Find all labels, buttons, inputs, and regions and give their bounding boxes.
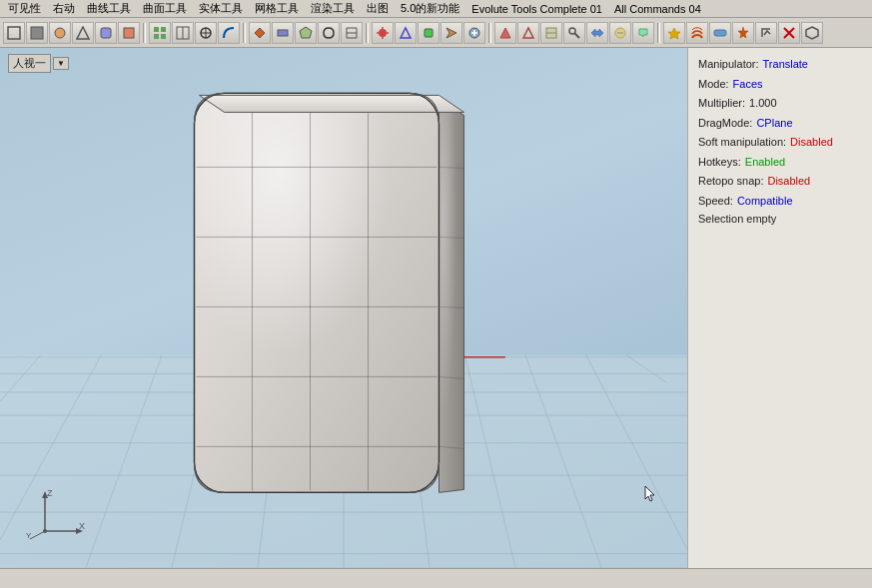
view-label-dropdown[interactable]: ▼ [53,57,69,70]
svg-marker-3 [77,27,89,39]
toolbar-btn-34[interactable] [801,22,823,44]
svg-rect-52 [195,93,439,492]
svg-rect-7 [161,27,166,32]
mode-row: Mode: Faces [698,76,862,93]
retopo-label: Retopo snap: [698,173,763,190]
toolbar-btn-13[interactable] [295,22,317,44]
axis-svg: Z X Y [25,486,85,541]
svg-rect-6 [154,27,159,32]
retopo-value: Disabled [767,173,810,190]
toolbar-btn-6[interactable] [118,22,140,44]
toolbar [0,18,872,48]
menu-all-commands[interactable]: All Commands 04 [608,3,707,15]
soft-value: Disabled [790,134,833,151]
toolbar-btn-29[interactable] [686,22,708,44]
svg-point-2 [55,28,65,38]
toolbar-btn-3[interactable] [49,22,71,44]
status-bar [0,568,872,588]
menu-curve-tools[interactable]: 曲线工具 [81,1,137,16]
menu-mesh-tools[interactable]: 网格工具 [249,1,305,16]
viewport[interactable]: 人视一 ▼ [0,48,687,568]
svg-marker-27 [738,27,748,38]
svg-point-17 [379,29,387,37]
svg-rect-5 [124,28,134,38]
toolbar-btn-9[interactable] [195,22,217,44]
toolbar-btn-8[interactable] [172,22,194,44]
toolbar-btn-5[interactable] [95,22,117,44]
menu-render-tools[interactable]: 渲染工具 [305,1,361,16]
toolbar-btn-31[interactable] [732,22,754,44]
3d-box-svg [185,85,474,514]
mode-label: Mode: [698,76,729,93]
soft-label: Soft manipulation: [698,134,786,151]
toolbar-btn-26[interactable] [609,22,631,44]
speed-label: Speed: [698,193,733,210]
multiplier-row: Multiplier: 1.000 [698,95,862,112]
hotkeys-row: Hotkeys: Enabled [698,154,862,171]
cursor-indicator [644,485,656,503]
menu-export[interactable]: 出图 [361,1,395,16]
toolbar-btn-15[interactable] [341,22,363,44]
svg-rect-0 [8,27,20,39]
toolbar-btn-14[interactable] [318,22,340,44]
speed-value: Compatible [737,193,793,210]
retopo-row: Retopo snap: Disabled [698,173,862,190]
menu-rightmove[interactable]: 右动 [47,1,81,16]
svg-text:Y: Y [26,531,32,540]
toolbar-btn-20[interactable] [463,22,485,44]
view-label-container: 人视一 ▼ [8,54,69,73]
menu-visibility[interactable]: 可见性 [2,1,47,16]
info-panel: Manipulator: Translate Mode: Faces Multi… [687,48,872,568]
menu-new-features[interactable]: 5.0的新功能 [395,1,465,16]
menu-solid-tools[interactable]: 实体工具 [193,1,249,16]
svg-marker-18 [401,28,411,38]
menu-evolute[interactable]: Evolute Tools Complete 01 [465,3,608,15]
toolbar-btn-4[interactable] [72,22,94,44]
toolbar-btn-2[interactable] [26,22,48,44]
toolbar-sep-4 [488,23,491,43]
toolbar-btn-33[interactable] [778,22,800,44]
toolbar-btn-28[interactable] [663,22,685,44]
svg-line-42 [86,355,162,568]
toolbar-btn-11[interactable] [249,22,271,44]
toolbar-sep-3 [366,23,369,43]
svg-rect-19 [425,29,433,37]
toolbar-btn-17[interactable] [395,22,417,44]
multiplier-value: 1.000 [749,95,777,112]
toolbar-btn-18[interactable] [418,22,439,44]
svg-line-49 [626,355,666,383]
toolbar-btn-22[interactable] [517,22,539,44]
mode-value: Faces [733,76,763,93]
toolbar-btn-23[interactable] [540,22,562,44]
svg-rect-1 [31,27,43,39]
svg-text:Z: Z [47,488,53,498]
svg-point-23 [569,28,575,34]
toolbar-btn-27[interactable] [632,22,654,44]
svg-rect-4 [101,28,111,38]
manipulator-value: Translate [763,56,808,73]
toolbar-btn-16[interactable] [372,22,394,44]
toolbar-btn-19[interactable] [440,22,462,44]
svg-rect-9 [161,34,166,39]
toolbar-btn-30[interactable] [709,22,731,44]
menu-bar: 可见性 右动 曲线工具 曲面工具 实体工具 网格工具 渲染工具 出图 5.0的新… [0,0,872,18]
toolbar-btn-32[interactable] [755,22,777,44]
toolbar-btn-25[interactable] [586,22,608,44]
svg-marker-16 [300,27,312,38]
svg-rect-8 [154,34,159,39]
toolbar-btn-21[interactable] [494,22,516,44]
toolbar-btn-12[interactable] [272,22,294,44]
toolbar-btn-1[interactable] [3,22,25,44]
toolbar-btn-7[interactable] [149,22,171,44]
speed-row: Speed: Compatible [698,193,862,210]
menu-surface-tools[interactable]: 曲面工具 [137,1,193,16]
view-label-text[interactable]: 人视一 [8,54,51,73]
main-area: 人视一 ▼ [0,48,872,568]
toolbar-btn-24[interactable] [563,22,585,44]
axis-indicator: Z X Y [25,486,85,543]
toolbar-btn-10[interactable] [218,22,240,44]
hotkeys-label: Hotkeys: [698,154,741,171]
svg-rect-26 [714,30,726,36]
multiplier-label: Multiplier: [698,95,745,112]
svg-line-48 [0,355,40,401]
